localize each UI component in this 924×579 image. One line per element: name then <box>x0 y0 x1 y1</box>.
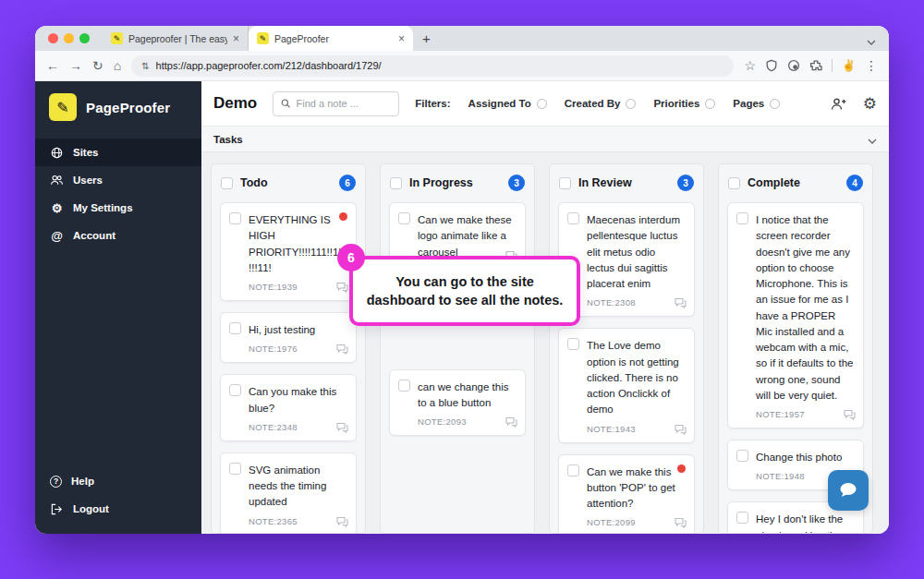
find-note-search[interactable] <box>273 91 399 116</box>
bookmark-star-icon[interactable]: ☆ <box>744 58 756 73</box>
filter-label: Pages <box>733 98 764 109</box>
forward-icon[interactable]: → <box>69 58 82 73</box>
sidebar-item-account[interactable]: @ Account <box>35 222 201 249</box>
card-checkbox[interactable] <box>567 464 579 476</box>
filter-circle-icon <box>537 99 547 109</box>
card-checkbox[interactable] <box>567 338 579 350</box>
settings-gear-icon[interactable]: ⚙ <box>863 94 877 114</box>
tasks-bar[interactable]: Tasks <box>201 127 889 152</box>
url-text[interactable]: https://app.pageproofer.com/212/dashboar… <box>156 60 382 71</box>
close-window-button[interactable] <box>48 33 58 43</box>
column-header: In Review 3 <box>550 164 703 199</box>
minimize-window-button[interactable] <box>64 33 74 43</box>
brand: ✎ PageProofer <box>35 81 201 131</box>
column-count-badge: 6 <box>339 175 356 191</box>
sidebar-item-users[interactable]: Users <box>35 166 201 194</box>
comment-icon <box>336 516 348 527</box>
main-content: Demo Filters: Assigned To Created By Pri… <box>201 81 889 534</box>
search-input[interactable] <box>297 98 392 109</box>
sidebar-item-sites[interactable]: Sites <box>35 139 201 166</box>
app-header: Demo Filters: Assigned To Created By Pri… <box>201 81 889 127</box>
sidebar-item-label: Account <box>73 230 116 241</box>
card-checkbox[interactable] <box>229 463 241 475</box>
sidebar-item-logout[interactable]: Logout <box>35 495 201 523</box>
invite-user-icon[interactable] <box>831 97 846 111</box>
address-bar[interactable]: ⇅ https://app.pageproofer.com/212/dashbo… <box>131 55 734 77</box>
site-permissions-icon[interactable]: ⇅ <box>141 61 149 71</box>
hand-extension-icon[interactable]: ✌ <box>842 59 856 72</box>
tab-title: Pageproofer | The easy way t <box>128 33 227 44</box>
home-icon[interactable]: ⌂ <box>114 58 121 73</box>
sidebar-item-help[interactable]: ? Help <box>35 467 201 495</box>
browser-tab-pageproofer-app[interactable]: ✎ PageProofer × <box>249 26 413 51</box>
card-text: Hey I don't like the ping logo. Use the … <box>756 512 855 534</box>
browser-tab-pageproofer-site[interactable]: ✎ Pageproofer | The easy way t × <box>103 26 249 51</box>
filter-pages[interactable]: Pages <box>733 98 780 109</box>
card-checkbox[interactable] <box>398 212 410 224</box>
close-tab-icon[interactable]: × <box>233 33 239 44</box>
column-checkbox[interactable] <box>728 177 740 189</box>
column-checkbox[interactable] <box>390 177 402 189</box>
column-header: Complete 4 <box>719 164 872 199</box>
card-note-id: NOTE:1943 <box>587 424 686 434</box>
note-card[interactable]: I notice that the screen recorder doesn'… <box>727 202 864 428</box>
card-text: Can we make this button 'POP' to get att… <box>587 464 686 513</box>
browser-menu-icon[interactable]: ⋮ <box>865 58 878 73</box>
column-title: Complete <box>748 176 800 189</box>
search-icon <box>281 98 290 109</box>
chevron-down-icon[interactable] <box>868 131 877 148</box>
comment-icon <box>505 416 517 428</box>
sidebar-item-my-settings[interactable]: ⚙ My Settings <box>35 194 201 222</box>
card-checkbox[interactable] <box>229 322 241 334</box>
zoom-window-button[interactable] <box>79 33 90 43</box>
comment-icon <box>336 344 348 355</box>
reload-icon[interactable]: ↻ <box>92 58 103 73</box>
card-checkbox[interactable] <box>398 380 410 392</box>
card-checkbox[interactable] <box>229 212 241 224</box>
filter-label: Assigned To <box>468 98 531 109</box>
note-card[interactable]: can we change this to a blue button NOTE… <box>389 369 526 437</box>
close-tab-icon[interactable]: × <box>398 33 405 44</box>
chat-widget-button[interactable] <box>828 470 869 511</box>
comment-icon <box>336 282 348 293</box>
site-name: Demo <box>213 94 257 113</box>
column-count-badge: 3 <box>677 175 694 191</box>
card-text: can we change this to a blue button <box>418 380 517 412</box>
sidebar-item-label: Help <box>71 476 94 487</box>
back-icon[interactable]: ← <box>46 58 59 73</box>
card-checkbox[interactable] <box>229 384 241 396</box>
card-note-id: NOTE:1939 <box>249 282 347 292</box>
card-checkbox[interactable] <box>736 450 748 462</box>
column-checkbox[interactable] <box>559 177 571 189</box>
pageproofer-favicon-icon: ✎ <box>257 32 269 44</box>
note-card[interactable]: Hi, just testing NOTE:1976 <box>220 312 357 363</box>
gear-icon: ⚙ <box>50 201 64 215</box>
tab-search-chevron-icon[interactable] <box>867 32 876 49</box>
globe-icon <box>50 146 64 160</box>
column-count-badge: 3 <box>508 175 525 191</box>
pageproofer-favicon-icon: ✎ <box>111 32 123 44</box>
note-card[interactable]: Can we make this button 'POP' to get att… <box>558 454 695 535</box>
note-card[interactable]: The Love demo option is not getting clic… <box>558 328 695 442</box>
card-note-id: NOTE:2348 <box>249 422 347 432</box>
desktop-background: { "colors": { "background_purple": "#7d3… <box>0 0 924 579</box>
card-checkbox[interactable] <box>736 512 748 524</box>
column-title: Todo <box>240 176 268 189</box>
card-checkbox[interactable] <box>567 212 579 224</box>
shield-extension-icon[interactable] <box>765 59 778 72</box>
filter-assigned-to[interactable]: Assigned To <box>468 98 547 109</box>
note-card[interactable]: SVG animation needs the timing updated N… <box>220 452 357 534</box>
filter-priorities[interactable]: Priorities <box>653 98 715 109</box>
sidebar-item-label: Sites <box>73 147 99 158</box>
note-card[interactable]: Can you make this blue? NOTE:2348 <box>220 374 357 441</box>
extensions-puzzle-icon[interactable] <box>809 59 822 72</box>
browser-window: ✎ Pageproofer | The easy way t × ✎ PageP… <box>35 26 889 534</box>
comment-icon <box>844 409 856 420</box>
card-checkbox[interactable] <box>736 212 748 224</box>
note-card[interactable]: EVERYTHING IS HIGH PRIORITY!!!!111!!1!!!… <box>220 202 357 301</box>
filter-created-by[interactable]: Created By <box>565 98 637 109</box>
new-tab-button[interactable]: + <box>422 30 431 46</box>
privacy-badge-icon[interactable] <box>787 59 800 72</box>
column-checkbox[interactable] <box>221 177 233 189</box>
board-column: In Progress 3 Can we make these logo ani… <box>380 163 535 534</box>
